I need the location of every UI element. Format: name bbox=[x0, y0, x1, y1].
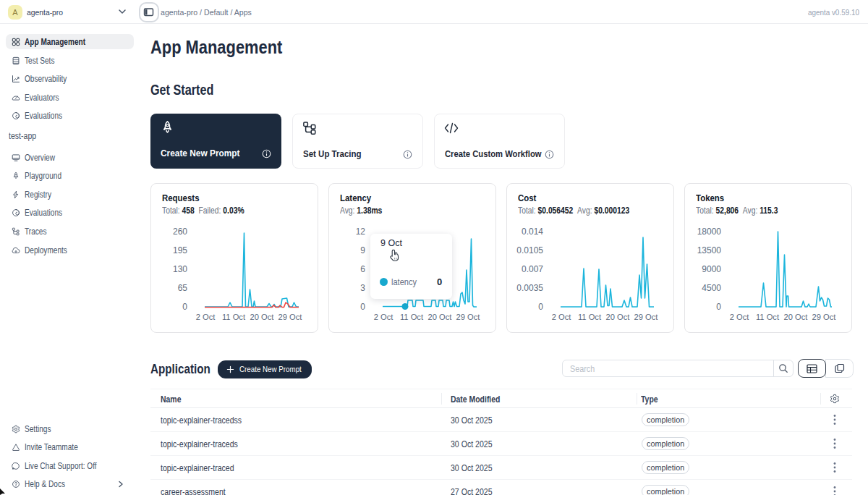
svg-text:0.007: 0.007 bbox=[522, 264, 543, 274]
svg-text:18000: 18000 bbox=[697, 227, 722, 237]
svg-text:0: 0 bbox=[538, 302, 543, 312]
svg-text:195: 195 bbox=[173, 245, 187, 255]
svg-text:29 Oct: 29 Oct bbox=[456, 313, 481, 321]
svg-text:0.0105: 0.0105 bbox=[516, 245, 543, 255]
svg-text:4500: 4500 bbox=[702, 283, 721, 293]
svg-text:29 Oct: 29 Oct bbox=[634, 313, 659, 321]
svg-text:29 Oct: 29 Oct bbox=[278, 313, 303, 321]
svg-text:9000: 9000 bbox=[702, 264, 721, 274]
svg-text:0: 0 bbox=[360, 302, 365, 312]
svg-text:13500: 13500 bbox=[697, 245, 722, 255]
svg-text:20 Oct: 20 Oct bbox=[250, 313, 275, 321]
svg-text:130: 130 bbox=[173, 264, 187, 274]
svg-text:20 Oct: 20 Oct bbox=[606, 313, 631, 321]
svg-text:11 Oct: 11 Oct bbox=[756, 313, 780, 321]
svg-text:2 Oct: 2 Oct bbox=[730, 313, 750, 321]
svg-text:12: 12 bbox=[356, 227, 366, 237]
svg-text:29 Oct: 29 Oct bbox=[812, 313, 837, 321]
svg-text:260: 260 bbox=[173, 227, 187, 237]
svg-text:11 Oct: 11 Oct bbox=[222, 313, 246, 321]
svg-text:11 Oct: 11 Oct bbox=[578, 313, 602, 321]
svg-text:6: 6 bbox=[360, 264, 365, 274]
svg-text:0: 0 bbox=[716, 302, 721, 312]
svg-text:0.0035: 0.0035 bbox=[516, 283, 543, 293]
svg-text:2 Oct: 2 Oct bbox=[196, 313, 216, 321]
svg-text:0: 0 bbox=[182, 302, 187, 312]
svg-text:11 Oct: 11 Oct bbox=[400, 313, 424, 321]
svg-text:2 Oct: 2 Oct bbox=[374, 313, 394, 321]
svg-text:20 Oct: 20 Oct bbox=[784, 313, 809, 321]
svg-text:0.014: 0.014 bbox=[522, 227, 543, 237]
svg-text:20 Oct: 20 Oct bbox=[428, 313, 453, 321]
svg-text:9: 9 bbox=[360, 245, 365, 255]
svg-text:2 Oct: 2 Oct bbox=[552, 313, 572, 321]
svg-text:65: 65 bbox=[178, 283, 188, 293]
svg-text:3: 3 bbox=[360, 283, 365, 293]
